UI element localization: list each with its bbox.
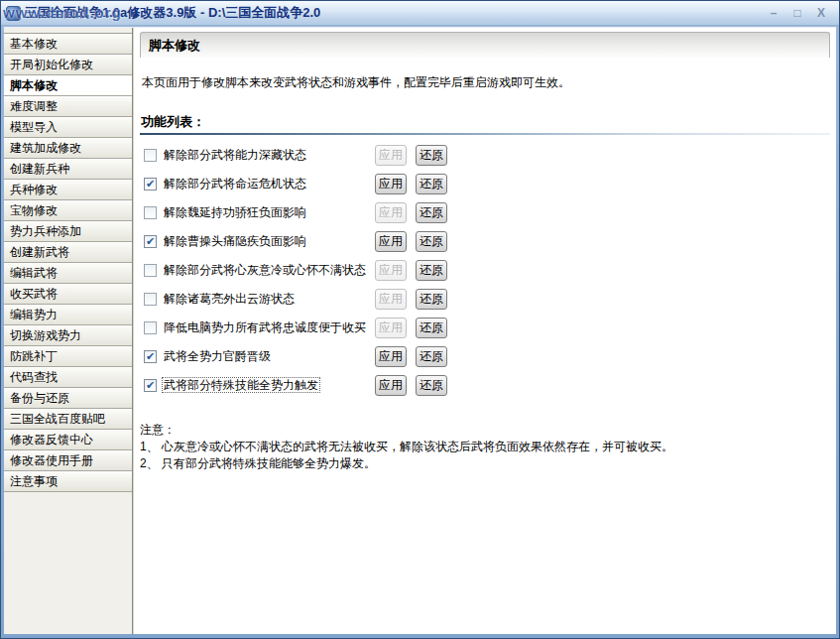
feature-row: ✔武将全势力官爵晋级应用还原 (140, 342, 830, 371)
close-button[interactable]: X (809, 4, 833, 22)
sidebar-item[interactable]: 开局初始化修改 (4, 55, 132, 75)
maximize-button[interactable]: □ (785, 4, 809, 22)
page-description: 本页面用于修改脚本来改变武将状态和游戏事件，配置完毕后重启游戏即可生效。 (142, 74, 828, 91)
feature-label: 解除部分武将心灰意冷或心怀不满状态 (163, 262, 375, 279)
sidebar-item[interactable]: 建筑加成修改 (4, 138, 132, 159)
apply-button[interactable]: 应用 (375, 289, 407, 310)
feature-row: ✔解除部分武将命运危机状态应用还原 (140, 170, 830, 198)
restore-button[interactable]: 还原 (416, 174, 447, 194)
feature-checkbox[interactable]: ✔ (144, 178, 157, 191)
sidebar-item[interactable]: 三国全战百度贴吧 (4, 409, 132, 430)
feature-row: 降低电脑势力所有武将忠诚度便于收买应用还原 (140, 314, 830, 342)
restore-button[interactable]: 还原 (416, 202, 447, 223)
feature-row: 解除魏延持功骄狂负面影响应用还原 (140, 198, 830, 227)
feature-row: 解除部分武将能力深藏状态应用还原 (140, 141, 830, 170)
page-title: 脚本修改 (140, 32, 830, 58)
section-divider (140, 133, 830, 135)
feature-label-text: 武将部分特殊技能全势力触发 (163, 378, 319, 392)
feature-list: 解除部分武将能力深藏状态应用还原✔解除部分武将命运危机状态应用还原解除魏延持功骄… (140, 141, 830, 400)
feature-label-text: 解除曹操头痛隐疾负面影响 (163, 234, 307, 248)
feature-checkbox[interactable] (144, 206, 157, 219)
sidebar-item[interactable]: 修改器使用手册 (4, 450, 132, 471)
sidebar: 基本修改开局初始化修改脚本修改难度调整模型导入建筑加成修改创建新兵种兵种修改宝物… (4, 28, 133, 634)
apply-button[interactable]: 应用 (375, 260, 407, 281)
feature-row: ✔武将部分特殊技能全势力触发应用还原 (140, 371, 830, 400)
feature-checkbox[interactable] (144, 264, 157, 277)
restore-button[interactable]: 还原 (416, 346, 447, 367)
restore-button[interactable]: 还原 (416, 318, 447, 338)
notes-title: 注意： (140, 422, 830, 439)
feature-label: 解除部分武将命运危机状态 (163, 176, 375, 192)
sidebar-item[interactable]: 难度调整 (4, 96, 132, 117)
apply-button[interactable]: 应用 (375, 231, 407, 252)
main-panel: 脚本修改 本页面用于修改脚本来改变武将状态和游戏事件，配置完毕后重启游戏即可生效… (133, 28, 836, 634)
apply-button[interactable]: 应用 (375, 346, 407, 367)
section-title: 功能列表： (141, 113, 830, 131)
feature-label: 武将部分特殊技能全势力触发 (163, 377, 375, 394)
sidebar-item[interactable]: 势力兵种添加 (4, 221, 132, 242)
apply-button[interactable]: 应用 (375, 174, 407, 194)
restore-button[interactable]: 还原 (416, 145, 447, 166)
feature-checkbox[interactable] (144, 149, 157, 162)
feature-label-text: 解除诸葛亮外出云游状态 (163, 292, 296, 306)
feature-label-text: 解除魏延持功骄狂负面影响 (163, 205, 307, 219)
feature-label-text: 武将全势力官爵晋级 (163, 349, 272, 363)
feature-label-text: 降低电脑势力所有武将忠诚度便于收买 (163, 320, 367, 334)
notes: 注意： 1、 心灰意冷或心怀不满状态的武将无法被收买，解除该状态后武将负面效果依… (140, 422, 830, 472)
sidebar-item[interactable]: 编辑武将 (4, 263, 132, 284)
title-bar: 三国全面战争1.0a修改器3.9版 - D:\三国全面战争2.0 www.dmo… (1, 1, 839, 26)
sidebar-item[interactable]: 脚本修改 (4, 75, 132, 96)
sidebar-item[interactable]: 注意事项 (4, 471, 132, 492)
sidebar-item[interactable]: 备份与还原 (4, 388, 132, 409)
feature-row: 解除诸葛亮外出云游状态应用还原 (140, 285, 830, 314)
sidebar-list: 基本修改开局初始化修改脚本修改难度调整模型导入建筑加成修改创建新兵种兵种修改宝物… (4, 33, 132, 492)
sidebar-item[interactable]: 模型导入 (4, 117, 132, 138)
note-line: 2、 只有部分武将特殊技能能够全势力爆发。 (140, 455, 830, 472)
sidebar-item[interactable]: 代码查找 (4, 367, 132, 388)
feature-label: 降低电脑势力所有武将忠诚度便于收买 (163, 320, 375, 336)
minimize-button[interactable]: – (762, 4, 785, 22)
app-icon (6, 6, 21, 21)
feature-checkbox[interactable]: ✔ (144, 235, 157, 248)
app-window: 三国全面战争1.0a修改器3.9版 - D:\三国全面战争2.0 www.dmo… (0, 0, 840, 639)
feature-checkbox[interactable]: ✔ (144, 379, 157, 392)
sidebar-item[interactable]: 宝物修改 (4, 200, 132, 221)
sidebar-item[interactable]: 兵种修改 (4, 180, 132, 200)
feature-label: 解除魏延持功骄狂负面影响 (163, 204, 375, 221)
window-controls: – □ X (762, 4, 833, 22)
feature-checkbox[interactable] (144, 321, 157, 334)
apply-button[interactable]: 应用 (375, 145, 407, 166)
apply-button[interactable]: 应用 (375, 375, 407, 396)
window-body: 基本修改开局初始化修改脚本修改难度调整模型导入建筑加成修改创建新兵种兵种修改宝物… (4, 27, 836, 634)
feature-label-text: 解除部分武将能力深藏状态 (163, 148, 307, 162)
sidebar-item[interactable]: 创建新兵种 (4, 159, 132, 180)
restore-button[interactable]: 还原 (416, 260, 447, 281)
restore-button[interactable]: 还原 (416, 289, 447, 310)
feature-row: 解除部分武将心灰意冷或心怀不满状态应用还原 (140, 256, 830, 285)
feature-label: 解除曹操头痛隐疾负面影响 (163, 233, 375, 250)
feature-checkbox[interactable] (144, 293, 157, 306)
restore-button[interactable]: 还原 (416, 231, 447, 252)
feature-label-text: 解除部分武将心灰意冷或心怀不满状态 (163, 263, 367, 277)
feature-label: 武将全势力官爵晋级 (163, 348, 375, 365)
sidebar-item[interactable]: 防跳补丁 (4, 346, 132, 367)
feature-row: ✔解除曹操头痛隐疾负面影响应用还原 (140, 227, 830, 256)
restore-button[interactable]: 还原 (416, 375, 447, 396)
sidebar-item[interactable]: 编辑势力 (4, 305, 132, 325)
apply-button[interactable]: 应用 (375, 202, 407, 223)
sidebar-item[interactable]: 收买武将 (4, 284, 132, 305)
window-title: 三国全面战争1.0a修改器3.9版 - D:\三国全面战争2.0 (25, 4, 320, 22)
sidebar-item[interactable]: 切换游戏势力 (4, 325, 132, 346)
sidebar-item[interactable]: 修改器反馈中心 (4, 430, 132, 450)
apply-button[interactable]: 应用 (375, 318, 407, 338)
note-line: 1、 心灰意冷或心怀不满状态的武将无法被收买，解除该状态后武将负面效果依然存在，… (140, 439, 830, 455)
feature-label-text: 解除部分武将命运危机状态 (163, 177, 307, 191)
feature-checkbox[interactable]: ✔ (144, 350, 157, 363)
feature-label: 解除诸葛亮外出云游状态 (163, 291, 375, 308)
feature-label: 解除部分武将能力深藏状态 (163, 147, 375, 164)
sidebar-item[interactable]: 创建新武将 (4, 242, 132, 263)
sidebar-item[interactable]: 基本修改 (4, 34, 132, 55)
